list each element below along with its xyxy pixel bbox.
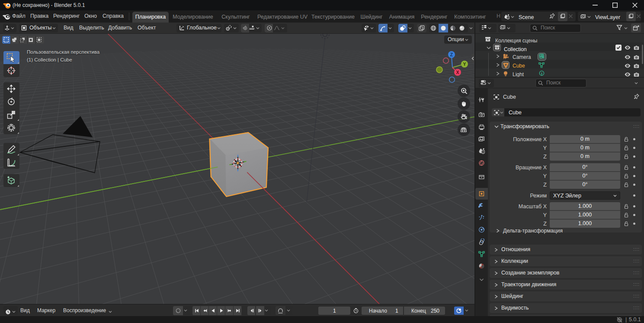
svg-text:X: X [456, 70, 459, 75]
svg-text:Y: Y [463, 61, 466, 67]
svg-text:Z: Z [450, 52, 453, 57]
